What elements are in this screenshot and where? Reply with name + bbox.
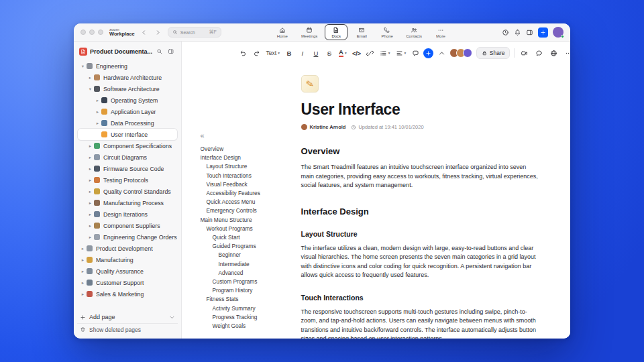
link-button[interactable] (365, 47, 376, 59)
document-content[interactable]: ✎ User Interface Kristine Arnold Updated… (301, 64, 539, 339)
redo-button[interactable] (252, 47, 262, 59)
code-button[interactable]: </> (351, 47, 362, 59)
align-button[interactable]: ▾ (394, 47, 408, 59)
outline-item-guided-programs[interactable]: Guided Programs (201, 242, 297, 251)
new-item-button[interactable] (538, 27, 548, 38)
sidebar-search-button[interactable] (156, 47, 164, 56)
list-button[interactable]: ▾ (378, 47, 392, 59)
chevron-right-icon[interactable]: ▸ (79, 292, 87, 297)
sidebar-page-quality-control-standards[interactable]: ▸Quality Control Standards (78, 186, 177, 197)
outline-item-weight-goals[interactable]: Weight Goals (201, 322, 297, 330)
outline-item-program-history[interactable]: Program History (201, 286, 297, 295)
global-search-input[interactable]: Search ⌘F (168, 27, 221, 38)
outline-item-activity-summary[interactable]: Activity Summary (201, 304, 297, 313)
sidebar-page-component-suppliers[interactable]: ▸Component Suppliers (78, 220, 177, 231)
text-style-dropdown[interactable]: Text▾ (265, 47, 281, 59)
chevron-right-icon[interactable]: ▸ (87, 143, 94, 149)
user-avatar[interactable] (553, 27, 564, 38)
chevron-right-icon[interactable]: ▸ (87, 189, 94, 194)
chevron-right-icon[interactable]: ▸ (79, 269, 87, 274)
close-button[interactable] (80, 29, 86, 35)
sidebar-page-software-architecture[interactable]: ▾Software Architecture (78, 83, 177, 95)
sidebar-page-circuit-diagrams[interactable]: ▸Circuit Diagrams (78, 152, 177, 163)
chevron-right-icon[interactable]: ▸ (87, 200, 94, 206)
outline-item-advanced[interactable]: Advanced (201, 269, 297, 278)
outline-item-quick-access-menu[interactable]: Quick Access Menu (201, 198, 297, 206)
sidebar-collapse-button[interactable] (167, 47, 176, 56)
outline-item-accessibility-features[interactable]: Accessibility Features (201, 189, 297, 198)
text-color-button[interactable]: A▾ (337, 47, 348, 59)
chevron-right-icon[interactable]: ▸ (79, 257, 87, 263)
outline-item-fitness-stats[interactable]: Fitness Stats (201, 295, 297, 304)
insert-button[interactable] (423, 48, 433, 58)
underline-button[interactable]: U (311, 47, 321, 59)
chevron-down-icon[interactable]: ▾ (79, 64, 87, 69)
outline-item-interface-design[interactable]: Interface Design (201, 154, 297, 162)
more-options-button[interactable] (563, 48, 570, 58)
outline-item-beginner[interactable]: Beginner (201, 251, 297, 259)
outline-item-emergency-controls[interactable]: Emergency Controls (201, 206, 297, 215)
tab-email[interactable]: Email (350, 24, 373, 40)
tab-docs[interactable]: Docs (325, 24, 347, 40)
outline-item-main-menu-structure[interactable]: Main Menu Structure (201, 216, 297, 225)
outline-item-intermediate[interactable]: Intermediate (201, 260, 297, 269)
sidebar-page-hardware-architecture[interactable]: ▸Hardware Architecture (78, 72, 177, 83)
minimize-button[interactable] (89, 29, 95, 35)
chat-button[interactable] (533, 48, 544, 58)
tab-phone[interactable]: Phone (376, 24, 398, 40)
chevron-right-icon[interactable]: ▸ (79, 246, 87, 251)
forward-button[interactable] (154, 27, 163, 37)
sidebar-page-operating-system[interactable]: ▸Operating System (78, 95, 177, 106)
sidebar-page-product-development[interactable]: ▸Product Development (78, 243, 177, 254)
sidebar-page-manufacturing[interactable]: ▸Manufacturing (78, 254, 177, 265)
chevron-right-icon[interactable]: ▸ (87, 166, 94, 172)
outline-item-visual-feedback[interactable]: Visual Feedback (201, 180, 297, 189)
comment-button[interactable] (410, 47, 421, 59)
outline-item-touch-interactions[interactable]: Touch Interactions (201, 172, 297, 180)
sidebar-page-component-specifications[interactable]: ▸Component Specifications (78, 140, 177, 152)
outline-item-layout-structure[interactable]: Layout Structure (201, 162, 297, 171)
tab-home[interactable]: Home (271, 24, 294, 40)
chevron-down-icon[interactable]: ▾ (87, 86, 94, 92)
sidebar-page-firmware-source-code[interactable]: ▸Firmware Source Code (78, 163, 177, 174)
sidebar-page-application-layer[interactable]: ▸Application Layer (78, 106, 177, 117)
chevron-right-icon[interactable]: ▸ (94, 109, 101, 115)
doc-title[interactable]: User Interface (301, 101, 539, 119)
outline-item-progress-tracking[interactable]: Progress Tracking (201, 313, 297, 322)
chevron-right-icon[interactable]: ▸ (79, 280, 87, 286)
collapse-toolbar-button[interactable] (436, 47, 447, 59)
sidebar-page-data-processing[interactable]: ▸Data Processing (78, 117, 177, 129)
sidebar-page-quality-assurance[interactable]: ▸Quality Assurance (78, 265, 177, 277)
history-button[interactable] (502, 29, 509, 36)
chevron-right-icon[interactable]: ▸ (87, 155, 94, 160)
chevron-right-icon[interactable]: ▸ (87, 223, 94, 229)
outline-item-overview[interactable]: Overview (201, 145, 297, 154)
sidebar-page-sales-marketing[interactable]: ▸Sales & Marketing (78, 288, 177, 300)
tab-more[interactable]: More (429, 24, 452, 40)
tab-meetings[interactable]: Meetings (297, 24, 322, 40)
sidebar-page-design-iterations[interactable]: ▸Design Iterations (78, 208, 177, 220)
share-button[interactable]: Share (476, 47, 510, 59)
chevron-right-icon[interactable]: ▸ (87, 178, 94, 183)
side-panel-button[interactable] (526, 29, 533, 36)
outline-item-quick-start[interactable]: Quick Start (201, 233, 297, 242)
chevron-right-icon[interactable]: ▸ (94, 121, 101, 126)
collapse-outline-icon[interactable]: « (201, 132, 205, 139)
undo-button[interactable] (238, 47, 249, 59)
outline-item-workout-programs[interactable]: Workout Programs (201, 225, 297, 233)
strikethrough-button[interactable]: S (324, 47, 335, 59)
chevron-right-icon[interactable]: ▸ (87, 235, 94, 240)
sidebar-page-user-interface[interactable]: User Interface (78, 129, 177, 140)
add-page-button[interactable]: Add page (77, 311, 178, 323)
sidebar-page-manufacturing-process[interactable]: ▸Manufacturing Process (78, 197, 177, 208)
italic-button[interactable]: I (297, 47, 308, 59)
web-button[interactable] (548, 48, 559, 58)
bold-button[interactable]: B (284, 47, 294, 59)
sidebar-page-customer-support[interactable]: ▸Customer Support (78, 277, 177, 288)
video-button[interactable] (519, 48, 529, 58)
back-button[interactable] (140, 27, 149, 37)
chevron-down-icon[interactable] (169, 314, 175, 320)
show-deleted-pages-button[interactable]: Show deleted pages (77, 323, 178, 335)
tab-contacts[interactable]: Contacts (401, 24, 427, 40)
sidebar-page-engineering[interactable]: ▾Engineering (78, 60, 177, 72)
